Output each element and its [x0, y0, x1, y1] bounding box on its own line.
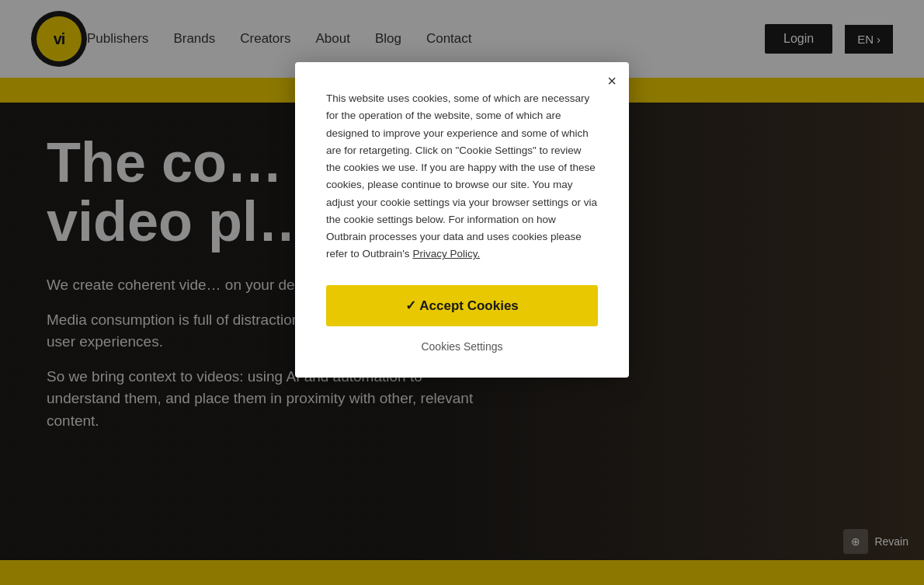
modal-close-button[interactable]: ×: [607, 73, 617, 89]
accept-cookies-button[interactable]: ✓ Accept Cookies: [326, 285, 598, 326]
privacy-policy-link[interactable]: Privacy Policy.: [412, 248, 480, 259]
modal-overlay: × This website uses cookies, some of whi…: [0, 0, 924, 585]
cookie-modal: × This website uses cookies, some of whi…: [295, 62, 629, 378]
cookies-settings-link[interactable]: Cookies Settings: [326, 340, 598, 353]
cookie-description: This website uses cookies, some of which…: [326, 92, 597, 259]
cookie-body-text: This website uses cookies, some of which…: [326, 90, 598, 263]
